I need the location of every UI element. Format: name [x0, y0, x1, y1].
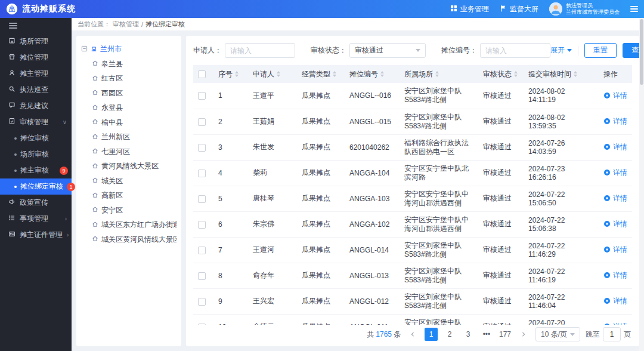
home-icon: [92, 147, 98, 156]
sort-icon[interactable]: [277, 71, 280, 77]
row-checkbox[interactable]: [198, 247, 206, 254]
menu-icon[interactable]: [630, 6, 638, 12]
row-checkbox[interactable]: [198, 195, 206, 203]
tree-node[interactable]: 城关区东方红广场办街道: [81, 218, 177, 233]
applicant-filter-label: 申请人：: [193, 45, 222, 56]
tree-node[interactable]: 城关区黄河风情线大景区街道: [81, 232, 177, 247]
cell-venue: 安宁区刘家堡中队S583#路北侧: [400, 314, 478, 325]
tree-node[interactable]: 城关区: [81, 174, 177, 189]
sidebar-subitem-stall-audit[interactable]: 摊位审核: [0, 130, 72, 146]
page-button-3[interactable]: 3: [462, 328, 475, 341]
scrollbar-thumb[interactable]: [640, 19, 643, 85]
detail-link[interactable]: 详情: [603, 296, 627, 306]
nav-supervise-screen[interactable]: 监督大屏: [500, 4, 538, 14]
col-header-applicant: 申请人: [248, 65, 297, 83]
tree-node[interactable]: 兰州新区: [81, 130, 177, 145]
cell-stall-no: ANGGL-014: [345, 237, 400, 263]
search-button[interactable]: 查询: [623, 43, 639, 58]
sidebar-subitem-stall-binding-audit[interactable]: 摊位绑定审核 1: [0, 178, 72, 195]
tree-node[interactable]: 皋兰县: [81, 57, 177, 72]
detail-link[interactable]: 详情: [603, 116, 627, 127]
window-scrollbar[interactable]: [639, 18, 644, 351]
cell-stall-no: ANGGL--016: [345, 83, 400, 109]
detail-link[interactable]: 详情: [603, 91, 627, 101]
user-org: 兰州市城市管理委员会: [566, 9, 620, 16]
cell-status: 审核通过: [478, 288, 524, 314]
page-button-2[interactable]: 2: [443, 328, 456, 341]
pagination-bar: 共1765条 1 2 3 ••• 177 10 条/页 跳至 页: [193, 325, 632, 344]
tree-node[interactable]: 安宁区: [81, 203, 177, 218]
sidebar-item-vendor-mgmt[interactable]: 摊主管理: [0, 66, 72, 82]
expand-toggle[interactable]: 展开: [550, 45, 572, 56]
tree-node[interactable]: 永登县: [81, 101, 177, 116]
row-checkbox[interactable]: [198, 118, 206, 126]
page-ellipsis[interactable]: •••: [480, 328, 493, 341]
select-all-checkbox[interactable]: [198, 70, 206, 78]
cell-status: 审核通过: [478, 109, 524, 134]
detail-link[interactable]: 详情: [603, 168, 627, 178]
sort-icon[interactable]: [235, 71, 239, 77]
prev-page-button[interactable]: [406, 328, 419, 341]
row-checkbox[interactable]: [198, 272, 206, 280]
sidebar-item-feedback[interactable]: 意见建议: [0, 98, 72, 114]
detail-link[interactable]: 详情: [603, 245, 627, 255]
row-checkbox[interactable]: [198, 92, 206, 100]
sidebar-item-matters-mgmt[interactable]: 事项管理 ›: [0, 211, 72, 227]
user-info[interactable]: 执法管理员 兰州市城市管理委员会: [549, 2, 620, 16]
row-checkbox[interactable]: [198, 221, 206, 229]
next-page-button[interactable]: [517, 328, 530, 341]
page-button-last[interactable]: 177: [499, 328, 512, 341]
stall-icon: [8, 53, 16, 62]
collapse-icon[interactable]: [81, 45, 88, 54]
tree-node[interactable]: 七里河区: [81, 144, 177, 159]
content-area: 兰州市 皋兰县 红古区 西固区 永登县 榆中县 兰州新区 七里河区 黄河风情线大…: [72, 31, 644, 351]
sidebar-item-law-patrol[interactable]: 执法巡查: [0, 82, 72, 98]
sidebar-subitem-vendor-audit[interactable]: 摊主审核 9: [0, 162, 72, 178]
detail-link[interactable]: 详情: [603, 219, 627, 229]
tree-node[interactable]: 高新区: [81, 189, 177, 204]
status-select[interactable]: 审核通过: [349, 43, 426, 58]
stall-no-input[interactable]: [480, 43, 550, 58]
avatar: [549, 2, 562, 16]
page-size-select[interactable]: 10 条/页: [535, 327, 580, 341]
sort-icon[interactable]: [333, 71, 336, 77]
tree-node-root[interactable]: 兰州市: [81, 42, 177, 57]
nav-business-mgmt[interactable]: 业务管理: [450, 4, 489, 14]
tree-node[interactable]: 榆中县: [81, 115, 177, 130]
sort-icon[interactable]: [514, 71, 518, 77]
filter-bar: 申请人： 审核状态： 审核通过 摊位编号： 展开: [193, 43, 632, 58]
row-checkbox[interactable]: [198, 144, 206, 152]
sort-icon[interactable]: [435, 71, 439, 77]
sidebar-subitem-venue-audit[interactable]: 场所审核: [0, 146, 72, 162]
status-filter-label: 审核状态：: [311, 45, 346, 56]
page-button-1[interactable]: 1: [425, 328, 438, 341]
cell-stall-no: 6201040262: [345, 134, 400, 160]
reset-button[interactable]: 重置: [584, 43, 617, 58]
chevron-left-icon: [410, 331, 416, 337]
eye-icon: [603, 169, 611, 176]
sidebar-item-policy[interactable]: 政策宣传: [0, 195, 72, 211]
eye-icon: [603, 246, 611, 253]
sidebar-item-stall-mgmt[interactable]: 摊位管理: [0, 50, 72, 66]
cell-venue: 安宁区刘家堡中队S583#路北侧: [400, 263, 478, 288]
id-card-icon: [8, 230, 16, 239]
home-icon: [92, 221, 98, 229]
sort-icon[interactable]: [574, 71, 577, 77]
applicant-input[interactable]: [225, 43, 295, 58]
sidebar-collapse-icon[interactable]: [9, 23, 17, 29]
jump-suffix: 页: [624, 330, 631, 340]
cell-time: 2024-07-20 10:05:00: [524, 314, 599, 325]
row-checkbox[interactable]: [198, 170, 206, 177]
detail-link[interactable]: 详情: [603, 193, 627, 204]
sidebar-item-audit-mgmt[interactable]: 审核管理 ∨: [0, 114, 72, 130]
detail-link[interactable]: 详情: [603, 270, 627, 281]
tree-node[interactable]: 西固区: [81, 86, 177, 101]
tree-node[interactable]: 黄河风情线大景区: [81, 159, 177, 174]
sidebar-item-venue-mgmt[interactable]: 场所管理: [0, 33, 72, 50]
sort-icon[interactable]: [380, 71, 384, 77]
row-checkbox[interactable]: [198, 298, 206, 306]
sidebar-item-vendor-cert-mgmt[interactable]: 摊主证件管理 ›: [0, 227, 72, 243]
detail-link[interactable]: 详情: [603, 142, 627, 152]
tree-node[interactable]: 红古区: [81, 72, 177, 87]
jump-page-input[interactable]: [603, 327, 621, 341]
